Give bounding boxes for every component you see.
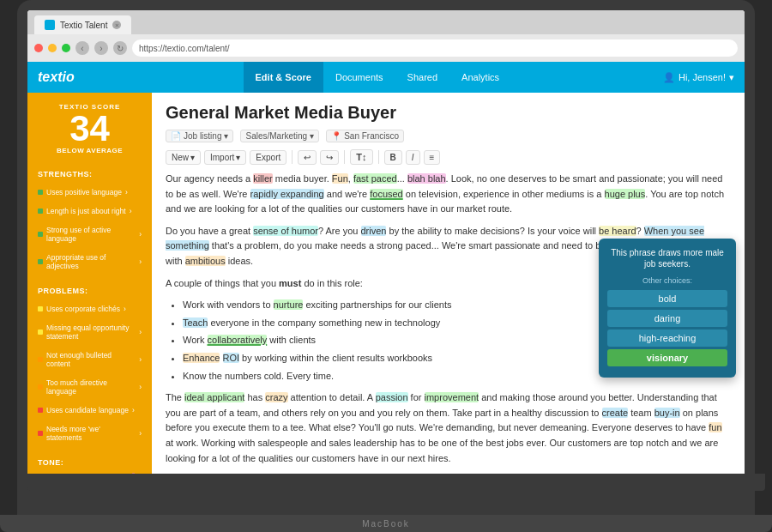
new-chevron-icon: ▾ [190,153,195,162]
strength-dot-1 [38,190,43,195]
chevron-down-icon: ▾ [729,72,734,83]
score-sub: BELOW AVERAGE [38,147,142,154]
problem-dot-1 [38,306,43,311]
doc-icon: 📄 [171,131,181,141]
laptop-frame: Textio Talent × ‹ › ↻ https://textio.com… [17,0,755,515]
popup-option-visionary[interactable]: visionary [607,349,727,366]
laptop-screen: Textio Talent × ‹ › ↻ https://textio.com… [27,10,745,474]
sidebar-item-problem-4[interactable]: Too much directive language › [38,378,142,396]
strength-dot-3 [38,232,43,237]
tone-label: TONE: [38,458,142,467]
export-btn[interactable]: Export [250,150,286,165]
redo-btn[interactable]: ↪ [320,150,339,165]
close-window-btn[interactable] [34,44,43,52]
sidebar-item-strength-1[interactable]: Uses positive language › [38,188,142,196]
popup-option-daring[interactable]: daring [607,310,727,327]
chevron-right-icon-4: › [139,257,142,266]
score-number: 34 [38,111,142,147]
tab-close-btn[interactable]: × [112,21,121,29]
tab-analytics[interactable]: Analytics [449,62,511,93]
editor-area[interactable]: General Market Media Buyer 📄 Job listing… [152,93,745,474]
meta-type-label: Job listing [184,131,221,141]
phrase-popup: This phrase draws more male job seekers.… [599,239,736,378]
sidebar-item-problem-2[interactable]: Missing equal opportunity statement › [38,323,142,341]
problem-label-5: Uses candidate language [46,406,129,414]
undo-btn[interactable]: ↩ [298,150,317,165]
popup-title: This phrase draws more male job seekers. [607,247,727,269]
import-chevron-icon: ▾ [236,153,240,162]
chevron-right-icon-p5: › [132,406,135,414]
strength-dot-4 [38,259,43,264]
problems-title: PROBLEMS: [38,287,142,295]
strength-label-1: Uses positive language [46,188,122,196]
meta-location[interactable]: 📍 San Francisco [326,130,404,142]
toolbar-sep-3 [378,150,379,164]
back-btn[interactable]: ‹ [75,41,89,55]
meta-dept-chevron: ▾ [310,131,314,141]
problem-dot-5 [38,408,43,413]
sidebar-item-problem-3[interactable]: Not enough bulleted content › [38,351,142,368]
editor-toolbar: New ▾ Import ▾ Export ↩ ↪ [166,149,731,165]
chevron-right-icon-3: › [139,230,142,239]
import-btn[interactable]: Import ▾ [204,150,246,165]
problem-dot-2 [38,329,43,335]
app-header: textio Edit & Score Documents Shared Ana… [27,62,745,93]
meta-dept[interactable]: Sales/Marketing ▾ [240,130,319,142]
forward-btn[interactable]: › [94,41,108,55]
tab-favicon [45,20,55,30]
strengths-title: STRENGTHS: [38,170,142,178]
problem-dot-4 [38,384,43,390]
chevron-right-icon-p4: › [139,383,142,391]
refresh-btn[interactable]: ↻ [113,41,127,55]
strength-label-2: Length is just about right [46,207,126,215]
strength-label-4: Appropriate use of adjectives [46,253,136,270]
browser-tab[interactable]: Textio Talent × [34,15,131,34]
popup-option-high-reaching[interactable]: high-reaching [607,329,727,347]
tab-documents[interactable]: Documents [323,62,395,93]
doc-meta: 📄 Job listing ▾ Sales/Marketing ▾ 📍 San … [166,130,731,142]
user-label: Hi, Jensen! [679,72,726,82]
sidebar-item-strength-4[interactable]: Appropriate use of adjectives › [38,253,142,270]
chevron-right-icon-p3: › [139,355,142,364]
location-icon: 📍 [331,131,341,141]
strength-label-3: Strong use of active language [46,226,136,243]
address-bar[interactable]: https://textio.com/talent/ [132,39,738,57]
sidebar: TEXTIO SCORE 34 BELOW AVERAGE STRENGTHS:… [27,93,152,474]
sidebar-item-problem-6[interactable]: Needs more 'we' statements › [38,425,142,442]
sidebar-item-strength-3[interactable]: Strong use of active language › [38,226,142,243]
sidebar-item-problem-1[interactable]: Uses corporate clichés › [38,305,142,313]
toolbar-sep-2 [344,150,345,164]
tab-label: Textio Talent [60,21,107,30]
list-btn[interactable]: ≡ [424,150,441,165]
score-section: TEXTIO SCORE 34 BELOW AVERAGE [38,103,142,154]
problem-label-4: Too much directive language [46,378,136,396]
meta-location-label: San Francisco [344,131,399,141]
tone-section: TONE: ♂ ♀ [38,458,142,474]
problem-dot-3 [38,357,43,362]
bold-btn[interactable]: B [384,150,402,165]
meta-type[interactable]: 📄 Job listing ▾ [166,130,233,142]
minimize-window-btn[interactable] [48,44,57,52]
chevron-right-icon-p2: › [139,328,142,336]
sidebar-item-problem-5[interactable]: Uses candidate language › [38,406,142,414]
problem-label-1: Uses corporate clichés [46,305,120,313]
problem-label-2: Missing equal opportunity statement [46,323,136,341]
document-title: General Market Media Buyer [166,103,731,123]
chevron-right-icon-p6: › [139,429,142,438]
new-btn[interactable]: New ▾ [166,150,201,165]
tab-edit-score[interactable]: Edit & Score [244,62,323,93]
para-4: The ideal applicant has crazy attention … [166,390,731,466]
laptop-base: MacBook [0,515,772,532]
nav-tabs: Edit & Score Documents Shared Analytics [92,62,663,93]
strength-dot-2 [38,209,43,214]
problem-label-3: Not enough bulleted content [46,351,136,368]
laptop-brand-label: MacBook [362,519,410,529]
user-menu[interactable]: 👤 Hi, Jensen! ▾ [663,72,734,83]
italic-btn[interactable]: I [406,150,420,165]
maximize-window-btn[interactable] [62,44,70,52]
tab-shared[interactable]: Shared [395,62,449,93]
sidebar-item-strength-2[interactable]: Length is just about right › [38,207,142,215]
text-size-btn[interactable]: T↕ [350,149,372,165]
popup-option-bold[interactable]: bold [607,290,727,307]
browser-controls: ‹ › ↻ https://textio.com/talent/ [27,34,745,62]
